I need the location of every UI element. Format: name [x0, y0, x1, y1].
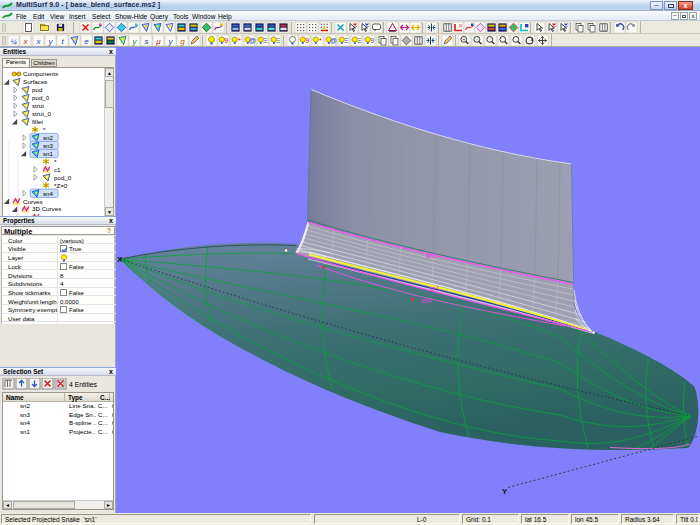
- svg-text:sn4: sn4: [43, 189, 54, 196]
- svg-text:strut_0: strut_0: [32, 110, 51, 117]
- svg-text:sn2: sn2: [43, 133, 54, 140]
- svg-text:s: s: [145, 37, 149, 46]
- svg-text:pod_0: pod_0: [32, 94, 50, 101]
- svg-text:fillet: fillet: [32, 118, 43, 125]
- svg-text:c1: c1: [54, 165, 61, 172]
- svg-text:*: *: [54, 157, 57, 164]
- svg-text:@: @: [249, 37, 256, 44]
- svg-text:strut: strut: [32, 102, 44, 109]
- svg-text:sn4: sn4: [421, 297, 432, 304]
- svg-text:pod: pod: [32, 86, 43, 93]
- svg-text:Surfaces: Surfaces: [23, 78, 47, 85]
- svg-text:*: *: [319, 37, 322, 44]
- svg-text:Components: Components: [23, 70, 58, 77]
- svg-text:Curves: Curves: [23, 197, 43, 204]
- svg-text:e: e: [84, 37, 89, 46]
- svg-text:4 Entities: 4 Entities: [69, 381, 98, 388]
- svg-text:*: *: [43, 125, 46, 132]
- svg-text:sn3: sn3: [43, 141, 54, 148]
- svg-text:sn1: sn1: [43, 149, 54, 156]
- svg-text:g: g: [180, 37, 185, 46]
- svg-text:sn1: sn1: [429, 285, 440, 292]
- svg-text:Ξ: Ξ: [357, 37, 362, 44]
- svg-text:pod_0: pod_0: [54, 173, 72, 180]
- svg-text:Y: Y: [502, 487, 508, 496]
- svg-text:9: 9: [305, 37, 309, 44]
- svg-text:Ξ: Ξ: [263, 37, 268, 44]
- svg-text:@: @: [330, 37, 337, 44]
- svg-text:X: X: [117, 255, 123, 264]
- svg-text:-: -: [476, 36, 478, 42]
- svg-text:Ξ: Ξ: [276, 37, 281, 44]
- svg-text:9: 9: [224, 37, 228, 44]
- svg-text:Ξ: Ξ: [344, 37, 349, 44]
- svg-text:+: +: [462, 36, 465, 42]
- svg-text:*: *: [238, 37, 241, 44]
- svg-text:*Z=0: *Z=0: [54, 181, 68, 188]
- svg-text:μ: μ: [155, 37, 161, 46]
- svg-text:¼: ¼: [10, 37, 17, 46]
- svg-text:sn2: sn2: [426, 252, 437, 259]
- svg-text:3D Curves: 3D Curves: [32, 205, 61, 212]
- svg-text:9: 9: [370, 37, 374, 44]
